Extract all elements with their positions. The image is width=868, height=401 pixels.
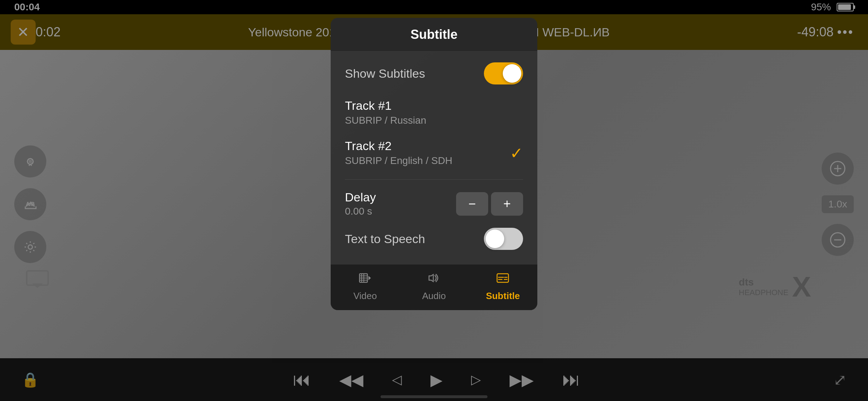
subtitle-modal: Subtitle Show Subtitles Track #1 SUBRIP …	[331, 18, 537, 310]
delay-plus-icon: +	[503, 196, 511, 211]
toggle-knob	[503, 64, 521, 83]
modal-header: Subtitle	[331, 18, 537, 52]
tab-audio[interactable]: Audio	[399, 264, 468, 310]
audio-tab-label: Audio	[422, 291, 446, 302]
svg-marker-49	[368, 276, 371, 280]
modal-title: Subtitle	[410, 27, 458, 42]
modal-body: Show Subtitles Track #1 SUBRIP / Russian…	[331, 52, 537, 264]
track-2-name: Track #2	[345, 139, 523, 153]
show-subtitles-toggle[interactable]	[484, 62, 523, 84]
show-subtitles-row: Show Subtitles	[345, 62, 523, 84]
track-item-2[interactable]: Track #2 SUBRIP / English / SDH ✓	[345, 139, 523, 166]
delay-decrease-button[interactable]: −	[456, 192, 488, 216]
delay-value: 0.00 s	[345, 206, 376, 217]
track-1-name: Track #1	[345, 99, 523, 113]
subtitle-tab-icon	[496, 272, 509, 288]
divider	[345, 179, 523, 180]
track-item-1[interactable]: Track #1 SUBRIP / Russian	[345, 99, 523, 126]
delay-minus-icon: −	[468, 196, 476, 211]
audio-tab-icon	[428, 272, 440, 288]
delay-row: Delay 0.00 s − +	[345, 190, 523, 217]
subtitle-tab-label: Subtitle	[486, 291, 520, 302]
toggle-knob-tts	[486, 230, 504, 248]
svg-rect-50	[497, 274, 508, 282]
track-1-info: SUBRIP / Russian	[345, 115, 523, 126]
text-to-speech-toggle[interactable]	[484, 228, 523, 250]
delay-label-wrap: Delay 0.00 s	[345, 190, 376, 217]
tab-subtitle[interactable]: Subtitle	[469, 264, 537, 310]
video-tab-label: Video	[353, 291, 377, 302]
delay-increase-button[interactable]: +	[491, 192, 523, 216]
delay-label: Delay	[345, 190, 376, 204]
text-to-speech-row: Text to Speech	[345, 221, 523, 253]
delay-controls: − +	[456, 192, 523, 216]
modal-tabs: Video Audio Su	[331, 264, 537, 310]
video-tab-icon	[359, 272, 372, 288]
text-to-speech-label: Text to Speech	[345, 232, 425, 246]
tab-video[interactable]: Video	[331, 264, 399, 310]
track-2-checkmark: ✓	[510, 144, 523, 162]
track-2-info: SUBRIP / English / SDH	[345, 155, 523, 166]
show-subtitles-label: Show Subtitles	[345, 67, 425, 81]
